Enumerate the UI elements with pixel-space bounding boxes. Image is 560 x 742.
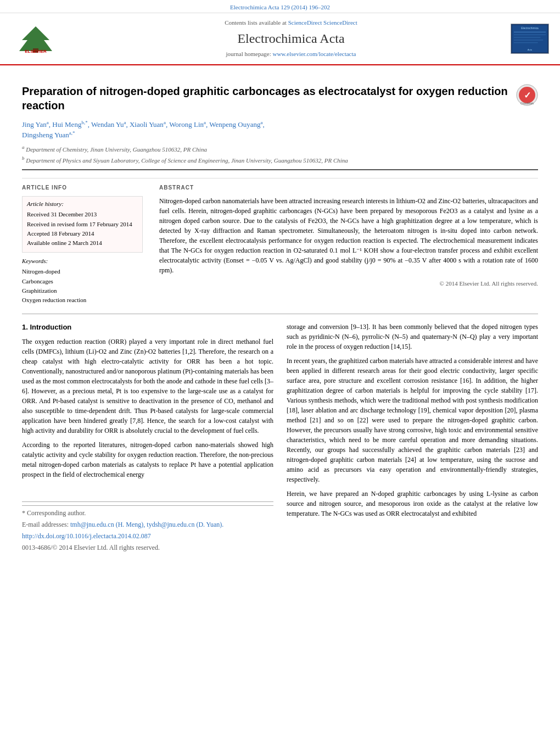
section-divider	[22, 169, 538, 170]
keyword-4: Oxygen reduction reaction	[22, 296, 143, 304]
author-dingsheng-yuan: Dingsheng Yuan	[22, 131, 69, 140]
svg-text:CrossMark: CrossMark	[520, 102, 534, 105]
accepted-date: Accepted 18 February 2014	[27, 230, 138, 238]
paper-title-section: Preparation of nitrogen-doped graphitic …	[22, 84, 538, 113]
svg-text:✓: ✓	[524, 91, 531, 100]
email-label: E-mail addresses:	[22, 521, 69, 528]
keyword-1: Nitrogen-doped	[22, 267, 143, 276]
elsevier-logo: ELSEVIER	[11, 24, 60, 54]
author-wendan-yu: Wendan Yu	[91, 120, 124, 129]
right-paragraph-1: storage and conversion [9–13]. It has be…	[287, 322, 538, 352]
article-meta: ARTICLE INFO Article history: Received 3…	[22, 178, 538, 306]
email-line: E-mail addresses: tmh@jnu.edu.cn (H. Men…	[22, 520, 273, 529]
footnote-section: * Corresponding author. E-mail addresses…	[22, 501, 273, 553]
keyword-3: Graphitization	[22, 287, 143, 295]
affiliation-b: b Department of Physics and Siyuan Labor…	[22, 155, 538, 165]
keywords-title: Keywords:	[22, 257, 143, 265]
author-jing-yan: Jing Yan	[22, 120, 47, 129]
contents-line: Contents lists available at ScienceDirec…	[71, 19, 511, 27]
issn-line: 0013-4686/© 2014 Elsevier Ltd. All right…	[22, 543, 273, 553]
abstract-text: Nitrogen-doped carbon nanomaterials have…	[159, 196, 538, 275]
right-paragraph-3: Herein, we have prepared an N-doped grap…	[287, 489, 538, 518]
top-bar: Electrochimica Acta 129 (2014) 196–202	[0, 0, 560, 13]
authors-line: Jing Yana, Hui Mengb,*, Wendan Yua, Xiao…	[22, 119, 538, 141]
author-wenpeng-ouyang: Wenpeng Ouyang	[209, 120, 260, 129]
header-section: ELSEVIER Contents lists available at Sci…	[0, 13, 560, 65]
author-worong-lin: Worong Lin	[169, 120, 204, 129]
body-columns: 1. Introduction The oxygen reduction rea…	[22, 322, 538, 555]
intro-paragraph-2: According to the reported literatures, n…	[22, 440, 273, 479]
journal-cover-image: Electrochimica Acta	[511, 24, 549, 54]
affiliation-a: a Department of Chemistry, Jinan Univers…	[22, 144, 538, 154]
journal-ref: Electrochimica Acta 129 (2014) 196–202	[230, 4, 330, 10]
article-info-column: ARTICLE INFO Article history: Received 3…	[22, 184, 143, 306]
doi-line[interactable]: http://dx.doi.org/10.1016/j.electacta.20…	[22, 531, 273, 541]
paper-title: Preparation of nitrogen-doped graphitic …	[22, 84, 508, 113]
author-xiaoli-yuan: Xiaoli Yuan	[130, 120, 164, 129]
sciencedirect-link[interactable]: ScienceDirect	[288, 19, 322, 26]
author-hui-meng: Hui Meng	[52, 120, 81, 129]
paper-content: Preparation of nitrogen-doped graphitic …	[0, 65, 560, 566]
svg-text:ELSEVIER: ELSEVIER	[25, 49, 47, 54]
copyright-line: © 2014 Elsevier Ltd. All rights reserved…	[159, 280, 538, 288]
revised-date: Received in revised form 17 February 201…	[27, 220, 138, 228]
body-divider	[22, 314, 538, 314]
intro-paragraph-1: The oxygen reduction reaction (ORR) play…	[22, 337, 273, 436]
journal-header-center: Contents lists available at ScienceDirec…	[71, 19, 511, 58]
homepage-url[interactable]: www.elsevier.com/locate/electacta	[272, 51, 356, 57]
homepage-line: journal homepage: www.elsevier.com/locat…	[71, 50, 511, 58]
abstract-column: ABSTRACT Nitrogen-doped carbon nanomater…	[159, 184, 538, 306]
abstract-heading: ABSTRACT	[159, 184, 538, 192]
journal-title: Electrochimica Acta	[71, 30, 511, 48]
history-box: Article history: Received 31 December 20…	[22, 196, 143, 253]
keyword-2: Carboncages	[22, 277, 143, 286]
crossmark-logo: ✓ CrossMark	[516, 84, 538, 106]
emails: tmh@jnu.edu.cn (H. Meng), tydsh@jnu.edu.…	[70, 521, 223, 528]
received-date: Received 31 December 2013	[27, 210, 138, 219]
introduction-heading: 1. Introduction	[22, 322, 273, 333]
right-paragraph-2: In recent years, the graphitized carbon …	[287, 356, 538, 484]
body-right-column: storage and conversion [9–13]. It has be…	[287, 322, 538, 555]
article-info-heading: ARTICLE INFO	[22, 184, 143, 192]
history-title: Article history:	[27, 200, 138, 208]
corresponding-author-note: * Corresponding author.	[22, 508, 273, 518]
doi-url: http://dx.doi.org/10.1016/j.electacta.20…	[22, 532, 151, 540]
footnote-divider	[22, 505, 273, 506]
body-left-column: 1. Introduction The oxygen reduction rea…	[22, 322, 273, 555]
keywords-section: Keywords: Nitrogen-doped Carboncages Gra…	[22, 257, 143, 305]
available-date: Available online 2 March 2014	[27, 239, 138, 247]
svg-text:Acta: Acta	[528, 48, 533, 51]
svg-text:Electrochimica: Electrochimica	[521, 27, 539, 30]
